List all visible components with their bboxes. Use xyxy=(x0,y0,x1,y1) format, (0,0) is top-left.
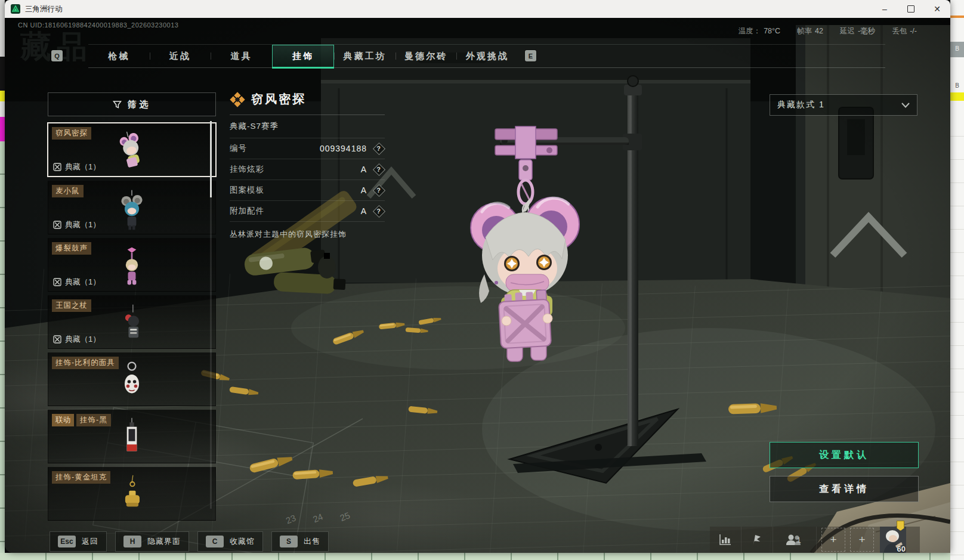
bar-chart-icon xyxy=(719,534,732,546)
shortcut-collection-hall[interactable]: C 收藏馆 xyxy=(197,531,263,552)
window-titlebar: 三角洲行动 – ✕ xyxy=(5,0,950,18)
background-cell-label: B xyxy=(950,45,964,52)
invite-slot-button[interactable]: + xyxy=(821,528,845,552)
stats-chart-button[interactable] xyxy=(710,527,741,553)
game-viewport: 23 24 25 xyxy=(5,18,950,553)
stat-temperature: 温度：78°C xyxy=(739,26,780,36)
c-keycap: C xyxy=(206,536,224,547)
detail-row-pattern: 图案模板 A ? xyxy=(230,180,385,201)
maximize-button[interactable] xyxy=(898,0,924,18)
detail-row-serial: 编号 009394188 ? xyxy=(230,138,385,159)
item-name: 挂饰-黑 xyxy=(76,414,111,426)
charm-detail-panel: 窃风密探 典藏-S7赛季 编号 009394188 ? 挂饰炫彩 A ? 图案模… xyxy=(230,91,385,240)
collection-icon xyxy=(53,221,61,229)
tab-guns[interactable]: 枪械 xyxy=(88,45,150,67)
charm-rarity-icon xyxy=(230,92,245,107)
scrollbar-thumb[interactable] xyxy=(210,121,212,197)
performance-stats: 温度：78°C 帧率42 延迟-毫秒 丢包-/- xyxy=(739,26,917,36)
detail-description: 丛林派对主题中的窃风密探挂饰 xyxy=(230,222,385,240)
collection-icon xyxy=(53,335,61,344)
minimize-button[interactable]: – xyxy=(872,0,898,18)
category-tabbar: Q 枪械 近战 道具 挂饰 典藏工坊 曼德尔砖 外观挑战 E xyxy=(88,44,885,68)
tab-prev-keyhint: Q xyxy=(51,50,63,61)
shortcut-bar: Esc 返回 H 隐藏界面 C 收藏馆 S 出售 xyxy=(50,531,329,552)
item-count: 典藏（1） xyxy=(53,219,100,230)
list-item-wangguozhizhang[interactable]: 王国之杖 典藏（1） xyxy=(48,295,216,349)
item-count: 典藏（1） xyxy=(53,162,100,172)
chevron-down-icon xyxy=(901,103,910,108)
report-flag-button[interactable] xyxy=(741,527,773,553)
h-keycap: H xyxy=(123,536,141,547)
background-window-bottom-edge xyxy=(0,553,964,560)
stat-latency: 延迟-毫秒 xyxy=(840,26,875,36)
charm-sidebar: 筛选 窃风密探 xyxy=(48,92,216,524)
item-name: 挂饰-黄金坦克 xyxy=(52,471,110,484)
filter-button[interactable]: 筛选 xyxy=(48,92,216,116)
app-logo-icon xyxy=(11,4,20,14)
style-dropdown[interactable]: 典藏款式 1 xyxy=(770,94,917,116)
close-button[interactable]: ✕ xyxy=(924,0,950,18)
stat-fps: 帧率42 xyxy=(797,26,823,36)
detail-row-accessory: 附加配件 A ? xyxy=(230,201,385,222)
tab-mandel-brick[interactable]: 曼德尔砖 xyxy=(396,45,457,67)
collection-watermark: 藏品 xyxy=(20,26,92,68)
serial-value: 009394188 xyxy=(320,144,367,153)
collection-icon xyxy=(53,163,61,171)
tab-appearance-challenge[interactable]: 外观挑战 xyxy=(456,45,518,67)
list-item-qiefengmitan[interactable]: 窃风密探 典藏（1） xyxy=(47,122,217,177)
list-item-baoliegusheng[interactable]: 爆裂鼓声 典藏（1） xyxy=(48,238,216,292)
social-bar: 1 + + 60 xyxy=(710,527,920,553)
detail-season-row: 典藏-S7赛季 xyxy=(230,115,385,138)
help-icon[interactable]: ? xyxy=(373,163,385,175)
team-count: 1 xyxy=(796,536,801,544)
set-default-button[interactable]: 设置默认 xyxy=(770,442,919,468)
tab-melee[interactable]: 近战 xyxy=(150,45,211,67)
item-name: 爆裂鼓声 xyxy=(52,242,91,255)
shortcut-hide-ui[interactable]: H 隐藏界面 xyxy=(115,531,189,552)
item-name: 窃风密探 xyxy=(52,127,91,140)
shortcut-sell[interactable]: S 出售 xyxy=(271,531,329,552)
item-count: 典藏（1） xyxy=(53,334,100,345)
charm-item-list: 窃风密探 典藏（1） xyxy=(48,122,216,521)
tab-items[interactable]: 道具 xyxy=(211,45,272,67)
flag-icon xyxy=(751,534,763,546)
help-icon[interactable]: ? xyxy=(373,143,385,154)
avatar-level: 60 xyxy=(897,544,906,553)
background-window-left-edge xyxy=(0,0,5,560)
item-badge-collab: 联动 xyxy=(52,414,74,426)
stat-packet-loss: 丢包-/- xyxy=(892,26,917,36)
esc-keycap: Esc xyxy=(58,536,76,547)
item-name: 麦小鼠 xyxy=(52,185,84,197)
player-avatar[interactable]: 60 xyxy=(880,527,906,553)
style-dropdown-value: 典藏款式 1 xyxy=(777,100,825,110)
list-item-maixiaoshu[interactable]: 麦小鼠 典藏（1） xyxy=(48,181,216,234)
detail-row-colorway: 挂饰炫彩 A ? xyxy=(230,159,385,180)
uid-text: CN UID:181606198842400019883_20260323001… xyxy=(18,21,178,29)
item-count: 典藏（1） xyxy=(53,277,100,287)
team-members-button[interactable]: 1 xyxy=(773,527,817,553)
detail-title: 窃风密探 xyxy=(251,91,306,107)
help-icon[interactable]: ? xyxy=(373,205,385,217)
list-item-billy-mask[interactable]: 挂饰-比利的面具 xyxy=(48,352,216,406)
view-details-button[interactable]: 查看详情 xyxy=(770,476,919,502)
item-name: 挂饰-比利的面具 xyxy=(52,357,119,369)
help-icon[interactable]: ? xyxy=(373,184,385,196)
game-window: 三角洲行动 – ✕ xyxy=(5,0,950,553)
filter-label: 筛选 xyxy=(128,99,152,110)
list-item-golden-tank[interactable]: 挂饰-黄金坦克 xyxy=(48,467,216,521)
background-cell-label: B xyxy=(950,82,964,89)
sidebar-scrollbar[interactable] xyxy=(210,121,212,509)
item-name: 王国之杖 xyxy=(52,299,91,312)
tab-next-keyhint: E xyxy=(525,50,536,61)
list-item-liandong-black[interactable]: 联动 挂饰-黑 xyxy=(48,410,216,463)
filter-funnel-icon xyxy=(113,100,122,109)
background-window-right-edge: B B xyxy=(950,0,964,560)
collection-icon xyxy=(53,278,61,286)
window-title: 三角洲行动 xyxy=(25,4,63,14)
shortcut-back[interactable]: Esc 返回 xyxy=(50,531,107,552)
tab-charms[interactable]: 挂饰 xyxy=(272,45,335,67)
invite-slot-button[interactable]: + xyxy=(850,528,874,552)
tab-collection-workshop[interactable]: 典藏工坊 xyxy=(334,45,396,67)
s-keycap: S xyxy=(280,536,298,547)
maximize-icon xyxy=(907,5,914,13)
